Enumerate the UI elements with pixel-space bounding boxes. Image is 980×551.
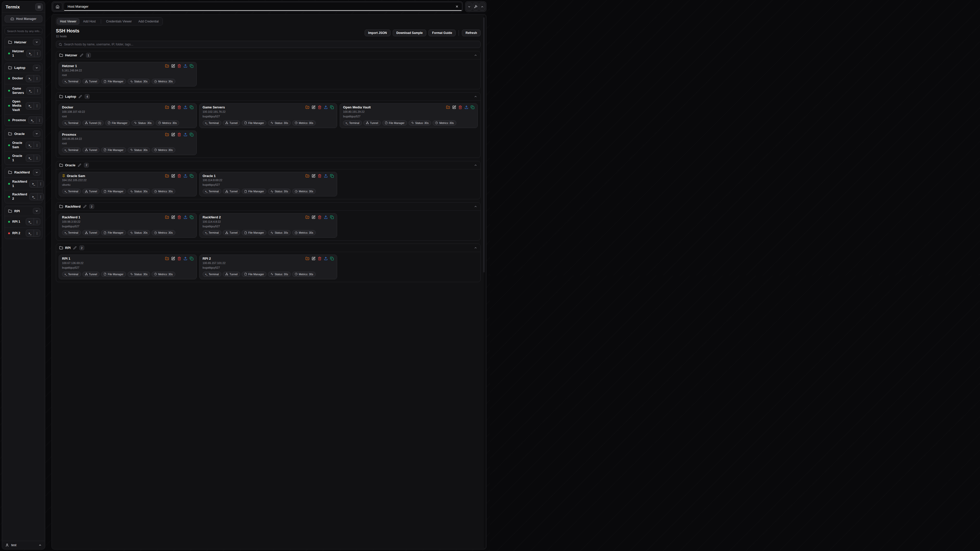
file-manager-badge[interactable]: File Manager bbox=[242, 230, 266, 235]
tunnel-badge[interactable]: Tunnel bbox=[223, 189, 240, 194]
tunnel-badge[interactable]: Tunnel bbox=[223, 230, 240, 235]
remove-from-folder-button[interactable] bbox=[165, 215, 169, 219]
tab-host-viewer[interactable]: Host Viewer bbox=[57, 18, 80, 24]
delete-host-button[interactable] bbox=[318, 257, 321, 260]
delete-host-button[interactable] bbox=[318, 105, 321, 109]
remove-from-folder-button[interactable] bbox=[305, 215, 309, 219]
duplicate-host-button[interactable] bbox=[189, 215, 193, 219]
folder-collapse-button[interactable] bbox=[33, 208, 40, 214]
file-manager-badge[interactable]: File Manager bbox=[101, 230, 126, 235]
sidebar-folder-header[interactable]: Oracle bbox=[5, 129, 42, 138]
section-collapse-button[interactable] bbox=[474, 205, 477, 208]
host-terminal-button[interactable]: >_ bbox=[26, 218, 34, 225]
edit-host-button[interactable] bbox=[452, 105, 456, 109]
remove-from-folder-button[interactable] bbox=[165, 133, 169, 137]
rename-folder-button[interactable] bbox=[80, 54, 83, 57]
host-terminal-button[interactable]: >_ bbox=[27, 50, 34, 57]
tab-close-button[interactable] bbox=[453, 3, 460, 10]
remove-from-folder-button[interactable] bbox=[165, 105, 169, 109]
sidebar-host-row[interactable]: Open Media Vault >_ ⋮ bbox=[5, 97, 42, 114]
duplicate-host-button[interactable] bbox=[189, 64, 193, 68]
sidebar-folder-header[interactable]: Hetzner bbox=[5, 37, 42, 47]
sidebar-folder-header[interactable]: Laptop bbox=[5, 63, 42, 73]
terminal-badge[interactable]: >_ Terminal bbox=[62, 230, 81, 235]
file-manager-badge[interactable]: File Manager bbox=[105, 121, 130, 125]
host-search-input[interactable] bbox=[64, 43, 478, 46]
export-host-button[interactable] bbox=[183, 133, 187, 137]
host-menu-button[interactable]: ⋮ bbox=[34, 142, 40, 148]
remove-from-folder-button[interactable] bbox=[165, 64, 169, 68]
tunnel-badge[interactable]: Tunnel bbox=[83, 230, 100, 235]
tunnel-badge[interactable]: Tunnel bbox=[83, 189, 100, 194]
section-collapse-button[interactable] bbox=[474, 246, 477, 249]
export-host-button[interactable] bbox=[183, 105, 187, 109]
duplicate-host-button[interactable] bbox=[189, 257, 193, 260]
sidebar-host-row[interactable]: RPI 2 >_ ⋮ bbox=[5, 227, 42, 239]
import-json-button[interactable]: Import JSON bbox=[365, 30, 390, 36]
terminal-badge[interactable]: >_ Terminal bbox=[203, 230, 221, 235]
edit-host-button[interactable] bbox=[171, 105, 175, 109]
tunnel-badge[interactable]: Tunnel (1) bbox=[83, 121, 103, 125]
host-menu-button[interactable]: ⋮ bbox=[34, 50, 41, 57]
file-manager-badge[interactable]: File Manager bbox=[101, 272, 126, 275]
format-guide-button[interactable]: Format Guide bbox=[428, 30, 455, 36]
sidebar-host-row[interactable]: RPI 1 >_ ⋮ bbox=[5, 216, 42, 227]
host-menu-button[interactable]: ⋮ bbox=[37, 193, 44, 200]
host-terminal-button[interactable]: >_ bbox=[30, 181, 37, 187]
export-host-button[interactable] bbox=[324, 257, 328, 260]
remove-from-folder-button[interactable] bbox=[305, 257, 309, 260]
sidebar-host-row[interactable]: RackNerd 1 >_ ⋮ bbox=[5, 177, 42, 190]
host-terminal-button[interactable]: >_ bbox=[26, 155, 34, 162]
sidebar-folder-header[interactable]: RPI bbox=[5, 206, 42, 216]
sidebar-host-row[interactable]: Game Servers >_ ⋮ bbox=[5, 84, 42, 97]
host-menu-button[interactable]: ⋮ bbox=[34, 230, 40, 237]
delete-host-button[interactable] bbox=[177, 257, 181, 260]
folder-collapse-button[interactable] bbox=[33, 39, 40, 45]
host-terminal-button[interactable]: >_ bbox=[26, 230, 34, 237]
collapse-up-button[interactable] bbox=[479, 3, 485, 11]
export-host-button[interactable] bbox=[183, 257, 187, 260]
delete-host-button[interactable] bbox=[458, 105, 462, 109]
file-manager-badge[interactable]: File Manager bbox=[101, 79, 126, 84]
home-button[interactable] bbox=[53, 3, 62, 11]
tunnel-badge[interactable]: Tunnel bbox=[223, 272, 240, 275]
host-terminal-button[interactable]: >_ bbox=[26, 103, 34, 109]
host-terminal-button[interactable]: >_ bbox=[29, 117, 36, 124]
host-terminal-button[interactable]: >_ bbox=[27, 87, 34, 94]
remove-from-folder-button[interactable] bbox=[165, 257, 169, 260]
delete-host-button[interactable] bbox=[177, 133, 181, 137]
sidebar-host-row[interactable]: Oracle Sam >_ ⋮ bbox=[5, 138, 42, 151]
tools-button[interactable] bbox=[473, 3, 479, 11]
terminal-badge[interactable]: >_ Terminal bbox=[203, 189, 221, 194]
file-manager-badge[interactable]: File Manager bbox=[242, 189, 266, 194]
sidebar-folder-header[interactable]: RackNerd bbox=[5, 168, 42, 177]
delete-host-button[interactable] bbox=[177, 105, 181, 109]
section-collapse-button[interactable] bbox=[474, 54, 477, 57]
host-terminal-button[interactable]: >_ bbox=[26, 142, 34, 148]
remove-from-folder-button[interactable] bbox=[305, 105, 309, 109]
duplicate-host-button[interactable] bbox=[189, 133, 193, 137]
sidebar-host-row[interactable]: Hetzner 1 >_ ⋮ bbox=[5, 47, 42, 60]
rename-folder-button[interactable] bbox=[83, 205, 86, 208]
file-manager-badge[interactable]: File Manager bbox=[242, 121, 266, 125]
sidebar-host-row[interactable]: Oracle 1 >_ ⋮ bbox=[5, 151, 42, 165]
file-manager-badge[interactable]: File Manager bbox=[382, 121, 407, 125]
tunnel-badge[interactable]: Tunnel bbox=[363, 121, 381, 125]
edit-host-button[interactable] bbox=[171, 257, 175, 260]
tunnel-badge[interactable]: Tunnel bbox=[83, 148, 100, 152]
duplicate-host-button[interactable] bbox=[330, 105, 334, 109]
host-menu-button[interactable]: ⋮ bbox=[34, 155, 40, 162]
host-menu-button[interactable]: ⋮ bbox=[34, 218, 40, 225]
remove-from-folder-button[interactable] bbox=[165, 174, 169, 178]
delete-host-button[interactable] bbox=[318, 174, 321, 178]
rename-folder-button[interactable] bbox=[79, 95, 82, 98]
section-collapse-button[interactable] bbox=[474, 95, 477, 98]
terminal-badge[interactable]: >_ Terminal bbox=[62, 189, 81, 194]
rename-folder-button[interactable] bbox=[73, 246, 76, 249]
host-menu-button[interactable]: ⋮ bbox=[34, 87, 41, 94]
delete-host-button[interactable] bbox=[177, 174, 181, 178]
tab-host-manager[interactable]: Host Manager bbox=[64, 3, 462, 11]
tab-add-host[interactable]: Add Host bbox=[80, 18, 99, 24]
tunnel-badge[interactable]: Tunnel bbox=[83, 272, 100, 275]
sidebar-search-input[interactable] bbox=[7, 30, 45, 33]
